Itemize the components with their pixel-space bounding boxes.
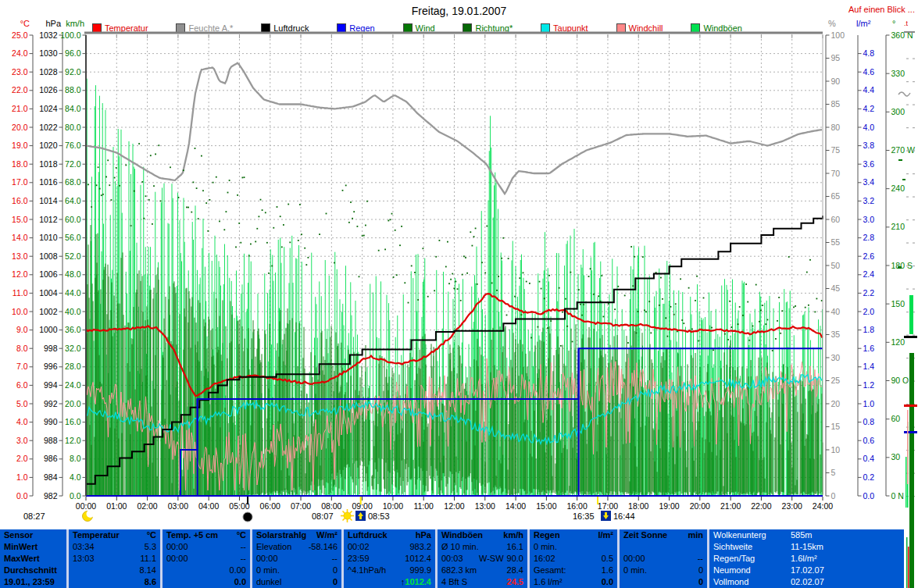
svg-text:1028: 1028 [39, 67, 58, 77]
svg-text:0: 0 [831, 491, 836, 501]
svg-text:4.6: 4.6 [863, 67, 875, 77]
svg-text:30: 30 [831, 353, 841, 362]
svg-text:10:00: 10:00 [383, 501, 403, 511]
column-header: Zeit Sonne [623, 529, 684, 541]
row-label: MaxWert [4, 553, 63, 565]
row-label: 19.01., 23:59 [4, 576, 63, 588]
svg-text:1014: 1014 [39, 196, 58, 205]
svg-text:1000: 1000 [39, 325, 58, 334]
svg-text:56.0: 56.0 [65, 233, 81, 242]
row-label: Sensor [4, 529, 63, 541]
table-row: 00:00-- [252, 553, 341, 565]
cell-label: 4 Bft S [441, 576, 504, 588]
table-row: 00:00-- [163, 541, 250, 553]
table-row: Windböenkm/h [438, 529, 527, 541]
svg-text:2.6: 2.6 [863, 251, 875, 261]
cell-value: 90.0 [507, 553, 523, 565]
svg-text:84.0: 84.0 [65, 104, 81, 113]
svg-text:22.0: 22.0 [12, 85, 28, 94]
svg-text:55: 55 [831, 237, 841, 247]
svg-text:0 N: 0 N [891, 491, 904, 501]
svg-text:18.0: 18.0 [12, 159, 28, 169]
cell-label [73, 576, 141, 588]
svg-text:25.0: 25.0 [12, 30, 28, 40]
svg-text:09:00: 09:00 [352, 501, 372, 511]
svg-text:984: 984 [44, 472, 58, 482]
svg-text:8.0: 8.0 [70, 454, 81, 463]
table-col-windb-en: Windböenkm/hØ 10 min.16.100:03W-SW90.068… [435, 529, 527, 588]
svg-text:4.0: 4.0 [70, 472, 81, 482]
svg-text:12.0: 12.0 [12, 269, 28, 279]
table-col-info: Wolkenunterg585mSichtweite11-15kmRegen/T… [707, 529, 904, 588]
table-row: 00:00-- [620, 553, 707, 565]
table-col-solarstrahlg: SolarstrahlgW/m²Elevation-58.14600:00--0… [250, 529, 341, 588]
svg-text:12:00: 12:00 [444, 501, 464, 511]
cell-value: 0.00 [230, 565, 246, 576]
table-row: 03:345.3 [69, 541, 160, 553]
svg-text:50: 50 [831, 261, 841, 270]
svg-text:05:00: 05:00 [229, 501, 249, 511]
table-row: Ø 10 min.16.1 [438, 541, 527, 553]
svg-text:60.0: 60.0 [65, 215, 81, 224]
svg-text:1024: 1024 [39, 104, 58, 113]
info-value: 11-15km [791, 541, 823, 553]
cell-value: 999.9 [409, 565, 431, 576]
table-row [620, 541, 707, 553]
table-row: 8.6 [69, 576, 160, 588]
svg-text:08:00: 08:00 [321, 501, 341, 511]
svg-text:l/m²: l/m² [856, 19, 871, 28]
column-unit: W/m² [316, 529, 338, 541]
svg-text:28.0: 28.0 [65, 362, 81, 371]
cell-label [73, 565, 137, 576]
table-row: 8.14 [69, 565, 160, 576]
svg-text:992: 992 [44, 399, 58, 408]
cell-value: 5.3 [145, 541, 156, 553]
info-label: Wolkenunterg [713, 529, 788, 541]
table-row: SolarstrahlgW/m² [252, 529, 341, 541]
svg-text:1022: 1022 [39, 123, 58, 132]
info-value: 585m [791, 529, 813, 541]
svg-text:03:00: 03:00 [168, 501, 188, 511]
svg-text:1032: 1032 [39, 30, 58, 40]
svg-text:24.0: 24.0 [12, 48, 28, 58]
svg-text:3.0: 3.0 [863, 215, 875, 224]
cell-value: ↑1012.4 [401, 576, 431, 588]
svg-text:68.0: 68.0 [65, 177, 81, 187]
svg-text:40: 40 [831, 307, 841, 316]
table-row: LuftdruckhPa [344, 529, 435, 541]
svg-text:04:00: 04:00 [198, 501, 219, 511]
svg-text:5.0: 5.0 [16, 399, 28, 408]
svg-text:23:00: 23:00 [782, 501, 802, 511]
svg-text:20: 20 [831, 399, 841, 408]
table-row: Wolkenunterg585m [709, 529, 904, 541]
table-row: ↑1012.4 [344, 576, 435, 588]
svg-text:15: 15 [831, 422, 841, 431]
table-row: 00:00-- [163, 553, 250, 565]
column-header: Temperatur [73, 529, 144, 541]
svg-text:19:00: 19:00 [659, 501, 679, 511]
table-row: Zeit Sonnemin [620, 529, 707, 541]
svg-text:300: 300 [891, 107, 905, 116]
svg-text:30: 30 [891, 452, 901, 461]
svg-text:2.8: 2.8 [863, 233, 875, 242]
svg-text:1.8: 1.8 [863, 325, 875, 334]
cell-mid: W-SW [479, 553, 504, 565]
svg-text:2.0: 2.0 [863, 307, 875, 316]
table-row: MinWert [0, 541, 66, 553]
table-row: 0 min.0 [252, 565, 341, 576]
svg-text:65: 65 [831, 191, 841, 201]
svg-text:48.0: 48.0 [65, 269, 81, 279]
svg-text:°C: °C [20, 19, 30, 28]
svg-text:36.0: 36.0 [65, 325, 81, 334]
column-header: Windböen [441, 529, 500, 541]
table-row: 00:02983.2 [344, 541, 435, 553]
svg-text:88.0: 88.0 [65, 85, 81, 94]
svg-text:210: 210 [891, 222, 905, 231]
svg-text:92.0: 92.0 [65, 67, 81, 77]
svg-text:45: 45 [831, 283, 841, 293]
svg-text:4.2: 4.2 [863, 104, 875, 113]
cell-label: 0 min. [534, 541, 610, 553]
svg-text:0.8: 0.8 [863, 417, 875, 426]
svg-text:16:00: 16:00 [567, 501, 588, 511]
table-col-temperatur: Temperatur°C03:345.313:0311.18.148.6 [66, 529, 160, 588]
